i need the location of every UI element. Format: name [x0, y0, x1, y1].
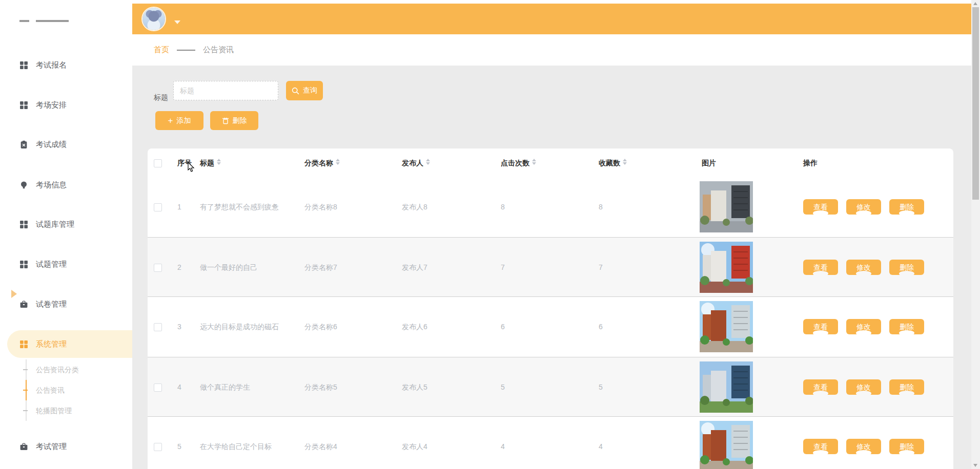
cell-favorites: 7: [599, 238, 603, 297]
delete-row-button[interactable]: 删除: [889, 260, 924, 275]
cell-publisher: 发布人7: [402, 238, 427, 297]
cell-title: 远大的目标是成功的磁石: [200, 297, 279, 357]
cell-title: 在大学给自己定个目标: [200, 417, 272, 469]
top-header-bar: [132, 4, 971, 34]
view-button[interactable]: 查看: [803, 439, 838, 454]
row-actions: 查看修改删除: [803, 439, 924, 455]
sort-icon[interactable]: [532, 159, 536, 165]
cell-title: 做一个最好的自己: [200, 238, 257, 297]
query-button-label: 查询: [303, 86, 317, 95]
scrollbar-thumb[interactable]: [972, 7, 979, 200]
sidebar-item-系统管理[interactable]: 系统管理: [7, 330, 132, 358]
search-input[interactable]: [173, 81, 278, 100]
row-photo-image: [700, 181, 753, 232]
search-field-label: 标题: [154, 88, 168, 107]
query-button[interactable]: 查询: [286, 81, 323, 100]
table-row: 4 做个真正的学生 分类名称5 发布人5 5 5 查看修改删除: [148, 357, 953, 417]
edit-button[interactable]: 修改: [846, 439, 881, 454]
sidebar-subitem-轮播图管理[interactable]: 轮播图管理: [32, 400, 72, 421]
cell-index: 5: [177, 417, 181, 469]
cell-index: 3: [177, 297, 181, 357]
sidebar-subitem-公告资讯分类[interactable]: 公告资讯分类: [32, 359, 79, 380]
sidebar-item-考试管理[interactable]: 考试管理: [0, 435, 132, 458]
row-checkbox[interactable]: [154, 323, 162, 331]
sidebar-item-label: 系统管理: [36, 339, 67, 349]
sort-icon[interactable]: [623, 159, 627, 165]
row-checkbox[interactable]: [154, 443, 162, 451]
column-header-clicks[interactable]: 点击次数: [501, 148, 536, 177]
sidebar-item-clipped[interactable]: [0, 18, 132, 24]
column-header-publisher[interactable]: 发布人: [402, 148, 430, 177]
edit-button[interactable]: 修改: [846, 379, 881, 395]
chevron-down-icon[interactable]: [174, 20, 180, 24]
main-area: 首页 公告资讯 标题 查询 + 添加 删除: [132, 0, 971, 469]
column-header-category[interactable]: 分类名称: [304, 148, 340, 177]
column-header-favorites[interactable]: 收藏数: [599, 148, 627, 177]
grid-icon: [19, 101, 28, 110]
row-actions: 查看修改删除: [803, 379, 924, 396]
delete-row-button[interactable]: 删除: [889, 439, 924, 454]
view-button[interactable]: 查看: [803, 199, 838, 215]
cell-publisher: 发布人6: [402, 297, 427, 357]
cell-index: 2: [177, 238, 181, 297]
user-avatar[interactable]: [142, 8, 165, 30]
sidebar-subitem-公告资讯[interactable]: 公告资讯: [32, 380, 65, 400]
delete-button[interactable]: 删除: [210, 111, 258, 130]
sidebar-item-考试成绩[interactable]: 考试成绩: [0, 133, 132, 156]
sidebar-item-试题库管理[interactable]: 试题库管理: [0, 212, 132, 236]
sidebar-item-试题管理[interactable]: 试题管理: [0, 252, 132, 276]
edit-button[interactable]: 修改: [846, 199, 881, 215]
cell-title: 有了梦想就不会感到疲惫: [200, 177, 279, 237]
row-checkbox[interactable]: [154, 383, 162, 392]
cell-publisher: 发布人4: [402, 417, 427, 469]
view-button[interactable]: 查看: [803, 319, 838, 334]
row-actions: 查看修改删除: [803, 319, 924, 335]
table-row: 1 有了梦想就不会感到疲惫 分类名称8 发布人8 8 8 查看修改删除: [148, 177, 953, 237]
cell-index: 4: [177, 357, 181, 417]
view-button[interactable]: 查看: [803, 260, 838, 275]
sort-icon[interactable]: [217, 159, 221, 165]
sort-icon[interactable]: [336, 159, 340, 165]
column-header-title[interactable]: 标题: [200, 148, 221, 177]
edit-button[interactable]: 修改: [846, 260, 881, 275]
grid-icon: [19, 340, 28, 349]
select-all-checkbox[interactable]: [154, 159, 162, 167]
sidebar-item-label: 试卷管理: [36, 300, 67, 309]
add-button-label: 添加: [176, 116, 191, 125]
delete-row-button[interactable]: 删除: [889, 319, 924, 334]
view-button[interactable]: 查看: [803, 379, 838, 395]
add-button[interactable]: + 添加: [155, 111, 203, 130]
cell-clicks: 7: [501, 238, 505, 297]
vertical-scrollbar[interactable]: [971, 0, 980, 469]
bulb-icon: [19, 181, 28, 189]
row-checkbox[interactable]: [154, 264, 162, 272]
cell-favorites: 8: [599, 177, 603, 237]
sidebar-item-考场信息[interactable]: 考场信息: [0, 173, 132, 197]
sidebar-item-试卷管理[interactable]: 试卷管理: [0, 292, 132, 316]
row-actions: 查看修改删除: [803, 260, 924, 276]
breadcrumb-home-link[interactable]: 首页: [154, 45, 169, 55]
cell-clicks: 8: [501, 177, 505, 237]
row-checkbox[interactable]: [154, 203, 162, 211]
delete-row-button[interactable]: 删除: [889, 199, 924, 215]
cell-clicks: 5: [501, 357, 505, 417]
scroll-up-arrow-icon[interactable]: [973, 2, 977, 5]
scroll-down-arrow-icon[interactable]: [973, 464, 977, 467]
briefcase-icon: [19, 300, 28, 309]
sidebar-item-考场安排[interactable]: 考场安排: [0, 93, 132, 117]
sidebar-item-label: 考试成绩: [36, 140, 67, 150]
delete-row-button[interactable]: 删除: [889, 379, 924, 395]
column-header-index: 序号: [177, 148, 192, 177]
cell-category: 分类名称8: [304, 177, 337, 237]
cell-clicks: 6: [501, 297, 505, 357]
clipboard-icon: [19, 140, 28, 149]
submenu-active-indicator: [26, 380, 27, 400]
grid-icon: [19, 260, 28, 269]
sidebar-item-label: 试题管理: [36, 260, 67, 269]
edit-button[interactable]: 修改: [846, 319, 881, 334]
sidebar-item-label: 考试报名: [36, 60, 67, 70]
table-row: 3 远大的目标是成功的磁石 分类名称6 发布人6 6 6 查看修改删除: [148, 297, 953, 357]
sidebar-item-考试报名[interactable]: 考试报名: [0, 53, 132, 77]
cell-category: 分类名称5: [304, 357, 337, 417]
sort-icon[interactable]: [426, 159, 430, 165]
